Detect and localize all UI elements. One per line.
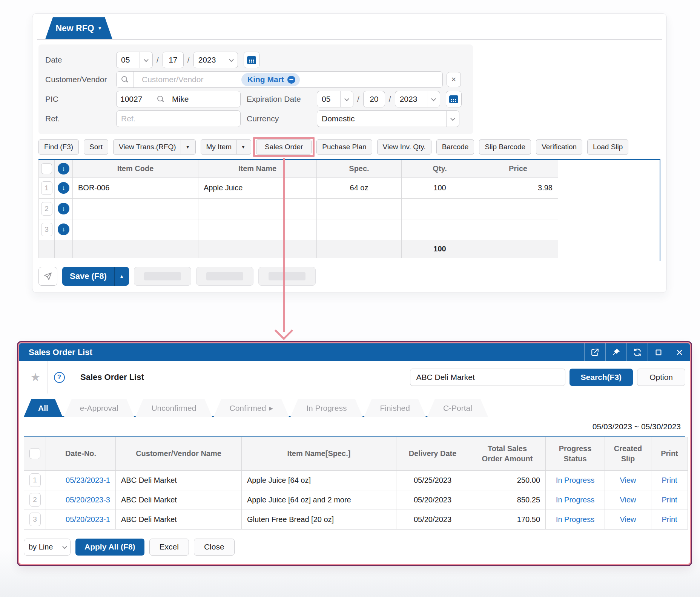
date-label: Date — [45, 55, 116, 64]
cell-qty[interactable] — [402, 219, 478, 240]
customer-chip[interactable]: King Mart — [241, 73, 300, 86]
disabled-action-button[interactable] — [258, 267, 316, 286]
open-new-window-button[interactable] — [584, 343, 605, 361]
cell-item-name[interactable]: Apple Juice — [198, 178, 317, 198]
tab-confirmed[interactable]: Confirmed ▶ — [213, 399, 289, 417]
slip-barcode-button[interactable]: Slip Barcode — [479, 139, 531, 155]
send-button[interactable] — [38, 267, 57, 286]
calendar-icon — [247, 56, 256, 64]
cell-item: Gluten Free Bread [20 oz] — [242, 510, 396, 529]
progress-status-link[interactable]: In Progress — [556, 496, 594, 504]
barcode-button[interactable]: Barcode — [436, 139, 474, 155]
date-separator: / — [389, 95, 391, 104]
verification-button[interactable]: Verification — [536, 139, 582, 155]
date-no-link[interactable]: 05/20/2023-3 — [66, 496, 110, 504]
insert-row-icon[interactable]: ↓ — [58, 203, 69, 214]
chevron-down-icon — [340, 91, 353, 107]
close-button[interactable]: × — [669, 343, 690, 361]
date-day-input[interactable] — [163, 52, 184, 68]
option-button[interactable]: Option — [637, 369, 685, 386]
close-window-button[interactable]: Close — [194, 539, 235, 556]
view-trans-button[interactable]: View Trans.(RFQ) ▼ — [113, 139, 196, 155]
expiration-month-select[interactable]: 05 — [317, 91, 353, 107]
print-link[interactable]: Print — [662, 496, 677, 504]
currency-label: Currency — [247, 114, 317, 123]
print-link[interactable]: Print — [662, 476, 677, 484]
expiration-day-input[interactable] — [363, 91, 385, 107]
clear-customer-button[interactable]: × — [447, 72, 461, 87]
cell-item-code[interactable]: BOR-006 — [73, 178, 198, 198]
select-all-checkbox[interactable] — [29, 448, 40, 459]
save-button[interactable]: Save (F8) ▲ — [62, 267, 129, 286]
pin-button[interactable] — [605, 343, 626, 361]
cell-qty[interactable] — [402, 198, 478, 219]
tab-in-progress[interactable]: In Progress — [290, 399, 362, 417]
disabled-action-button[interactable] — [196, 267, 253, 286]
insert-row-icon[interactable]: ↓ — [58, 182, 69, 194]
tab-new-rfq[interactable]: New RFQ ▼ — [45, 17, 112, 39]
pic-code-input[interactable] — [117, 92, 153, 107]
cell-item-name[interactable] — [198, 219, 317, 240]
cell-spec[interactable] — [317, 198, 402, 219]
cell-item-name[interactable] — [198, 198, 317, 219]
search-icon[interactable] — [157, 95, 164, 103]
cell-spec[interactable] — [317, 219, 402, 240]
view-slip-link[interactable]: View — [620, 496, 636, 504]
tab-all[interactable]: All — [24, 399, 63, 417]
sort-button[interactable]: Sort — [84, 139, 108, 155]
insert-row-icon[interactable]: ↓ — [58, 163, 69, 175]
customer-input[interactable] — [138, 72, 232, 87]
cell-qty[interactable]: 100 — [402, 178, 478, 198]
expiration-year-select[interactable]: 2023 — [395, 91, 440, 107]
pic-field[interactable] — [116, 91, 241, 107]
refresh-button[interactable] — [626, 343, 648, 361]
view-inv-qty-button[interactable]: View Inv. Qty. — [377, 139, 431, 155]
view-slip-link[interactable]: View — [620, 476, 636, 484]
remove-chip-icon[interactable] — [287, 76, 295, 84]
ref-input[interactable] — [116, 110, 241, 127]
print-link[interactable]: Print — [662, 515, 677, 524]
insert-row-icon[interactable]: ↓ — [58, 223, 69, 235]
cell-item-code[interactable] — [73, 219, 198, 240]
cell-price[interactable]: 3.98 — [478, 178, 558, 198]
tab-unconfirmed-label: Unconfirmed — [151, 404, 196, 413]
date-no-link[interactable]: 05/20/2023-1 — [66, 515, 110, 524]
search-button[interactable]: Search(F3) — [570, 369, 633, 386]
currency-select[interactable]: Domestic — [317, 110, 459, 127]
cell-delivery: 05/25/2023 — [396, 470, 469, 490]
date-no-link[interactable]: 05/23/2023-1 — [66, 476, 110, 484]
cell-price[interactable] — [478, 198, 558, 219]
maximize-button[interactable] — [648, 343, 669, 361]
purchase-plan-button[interactable]: Puchase Plan — [316, 139, 372, 155]
pic-name-input[interactable] — [168, 92, 240, 107]
my-item-button[interactable]: My Item ▼ — [201, 139, 251, 155]
date-month-select[interactable]: 05 — [116, 52, 153, 68]
excel-button[interactable]: Excel — [149, 539, 189, 556]
by-line-select[interactable]: by Line — [24, 539, 71, 556]
date-calendar-button[interactable] — [244, 52, 259, 68]
customer-field[interactable]: King Mart — [116, 71, 443, 88]
tab-c-portal[interactable]: C-Portal — [427, 399, 488, 417]
find-button[interactable]: Find (F3) — [38, 139, 79, 155]
tab-e-approval[interactable]: e-Approval — [64, 399, 134, 417]
expiration-calendar-button[interactable] — [446, 91, 462, 107]
row-number: 3 — [29, 513, 41, 526]
view-slip-link[interactable]: View — [620, 515, 636, 524]
disabled-action-button[interactable] — [134, 267, 191, 286]
tab-unconfirmed[interactable]: Unconfirmed — [135, 399, 212, 417]
cell-price[interactable] — [478, 219, 558, 240]
progress-status-link[interactable]: In Progress — [556, 515, 594, 524]
select-all-checkbox[interactable] — [41, 163, 52, 174]
date-year-select[interactable]: 2023 — [193, 52, 238, 68]
help-button[interactable]: ? — [48, 361, 71, 393]
favorite-button[interactable]: ★ — [24, 361, 47, 393]
search-input[interactable] — [410, 369, 565, 386]
load-slip-button[interactable]: Load Slip — [587, 139, 628, 155]
apply-all-button[interactable]: Apply All (F8) — [75, 539, 144, 556]
cell-item-code[interactable] — [73, 198, 198, 219]
tab-finished[interactable]: Finished — [364, 399, 426, 417]
cell-spec[interactable]: 64 oz — [317, 178, 402, 198]
sales-order-button[interactable]: Sales Order — [256, 139, 312, 155]
progress-status-link[interactable]: In Progress — [556, 476, 594, 484]
purchase-plan-button-label: Puchase Plan — [322, 143, 366, 151]
